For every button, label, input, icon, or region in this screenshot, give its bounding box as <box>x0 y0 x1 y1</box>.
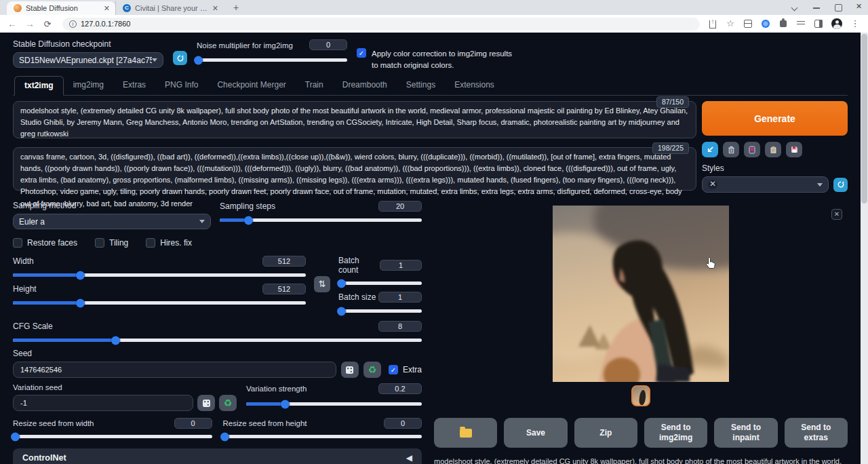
resize-seed-width-slider[interactable] <box>13 435 212 438</box>
scrollbar-thumb[interactable] <box>861 34 867 204</box>
bookmark-star-icon[interactable]: ☆ <box>726 19 735 28</box>
clear-prompt-button[interactable] <box>723 142 739 157</box>
slider-handle[interactable] <box>244 216 253 225</box>
clear-styles-icon[interactable]: ✕ <box>708 180 717 189</box>
side-panel-icon[interactable] <box>814 19 823 28</box>
window-chevron-icon[interactable] <box>791 3 799 12</box>
url-bar[interactable]: i 127.0.0.1:7860 <box>62 18 700 31</box>
new-tab-button[interactable]: + <box>229 1 243 15</box>
forward-icon[interactable]: → <box>23 18 37 29</box>
height-value[interactable]: 512 <box>262 284 306 294</box>
width-value[interactable]: 512 <box>262 256 306 267</box>
window-minimize-icon[interactable] <box>812 3 821 12</box>
controlnet-accordion[interactable]: ControlNet ◀ <box>13 448 422 464</box>
width-slider[interactable] <box>13 273 306 277</box>
open-folder-button[interactable] <box>434 418 497 448</box>
send-to-img2img-button[interactable]: Send to img2img <box>644 418 707 448</box>
close-preview-icon[interactable]: ✕ <box>831 209 842 220</box>
extra-seed-checkbox[interactable]: ✓ Extra <box>386 365 422 374</box>
random-seed-button[interactable] <box>341 362 359 378</box>
slider-handle[interactable] <box>11 432 20 441</box>
slider-handle[interactable] <box>76 298 85 307</box>
profile-avatar[interactable] <box>831 18 842 29</box>
batch-size-value[interactable]: 1 <box>378 292 422 303</box>
negative-prompt-textarea[interactable]: 198/225 canvas frame, cartoon, 3d, ((dis… <box>13 147 696 191</box>
generated-image[interactable] <box>553 206 729 382</box>
random-variation-seed-button[interactable] <box>197 395 215 411</box>
hires-fix-checkbox[interactable]: Hires. fix <box>146 238 192 248</box>
restore-faces-checkbox[interactable]: Restore faces <box>13 238 77 248</box>
extra-networks-button[interactable] <box>744 142 760 157</box>
reuse-variation-seed-button[interactable]: ♻ <box>219 395 237 411</box>
slider-handle[interactable] <box>111 336 120 345</box>
generate-button[interactable]: Generate <box>702 101 848 136</box>
extensions-puzzle-icon[interactable] <box>778 19 788 28</box>
tab-close-icon[interactable]: ✕ <box>104 4 110 13</box>
resize-seed-height-slider[interactable] <box>223 435 422 438</box>
tiling-checkbox[interactable]: Tiling <box>95 238 128 248</box>
save-button[interactable]: Save <box>504 418 567 448</box>
window-maximize-icon[interactable] <box>834 3 842 12</box>
tab-settings[interactable]: Settings <box>397 76 445 95</box>
sampling-steps-value[interactable]: 20 <box>378 201 422 212</box>
tab-img2img[interactable]: img2img <box>64 76 113 95</box>
sampling-method-dropdown[interactable]: Euler a <box>13 214 211 229</box>
paste-params-button[interactable] <box>702 142 718 157</box>
swap-dimensions-button[interactable]: ⇅ <box>314 276 330 292</box>
noise-multiplier-value[interactable]: 0 <box>309 39 347 50</box>
variation-strength-slider[interactable] <box>246 402 422 406</box>
checkbox-box[interactable]: ✓ <box>389 365 398 374</box>
resize-seed-width-value[interactable]: 0 <box>174 418 212 429</box>
send-to-inpaint-button[interactable]: Send to inpaint <box>714 418 777 448</box>
refresh-checkpoints-button[interactable] <box>173 51 187 65</box>
slider-handle[interactable] <box>337 279 346 288</box>
variation-seed-input[interactable] <box>13 395 193 411</box>
batch-count-slider[interactable] <box>338 282 422 285</box>
slider-handle[interactable] <box>281 400 290 408</box>
extension-grid-icon[interactable] <box>743 19 753 28</box>
tab-dreambooth[interactable]: Dreambooth <box>333 76 397 95</box>
tab-train[interactable]: Train <box>296 76 333 95</box>
save-style-button[interactable] <box>786 142 802 157</box>
tab-close-icon[interactable]: ✕ <box>212 4 218 13</box>
color-correction-checkbox[interactable]: ✓ <box>357 48 366 58</box>
batch-count-value[interactable]: 1 <box>380 260 422 271</box>
send-to-extras-button[interactable]: Send to extras <box>785 418 848 448</box>
reuse-seed-button[interactable]: ♻ <box>363 362 381 378</box>
slider-handle[interactable] <box>220 432 229 441</box>
share-icon[interactable] <box>708 19 717 28</box>
tab-txt2img[interactable]: txt2img <box>14 76 64 96</box>
height-slider[interactable] <box>13 301 306 305</box>
resize-seed-height-value[interactable]: 0 <box>384 418 422 429</box>
tab-extras[interactable]: Extras <box>113 76 155 95</box>
seed-input[interactable] <box>13 362 336 378</box>
extension-blue-icon[interactable] <box>761 19 770 28</box>
zip-button[interactable]: Zip <box>574 418 637 448</box>
checkpoint-dropdown[interactable]: SD15NewVAEpruned.ckpt [27a4ac756c] <box>13 52 163 68</box>
variation-strength-value[interactable]: 0.2 <box>378 383 422 394</box>
cfg-scale-value[interactable]: 8 <box>378 321 422 332</box>
tab-checkpoint-merger[interactable]: Checkpoint Merger <box>208 76 295 95</box>
checkbox-box[interactable] <box>95 238 104 248</box>
reload-icon[interactable]: ⟳ <box>41 19 54 29</box>
browser-tab-civitai[interactable]: Civitai | Share your models ✕ <box>115 1 224 15</box>
noise-multiplier-slider[interactable] <box>197 58 347 62</box>
browser-tab-stable-diffusion[interactable]: Stable Diffusion ✕ <box>7 1 115 15</box>
sampling-steps-slider[interactable] <box>220 218 422 222</box>
cfg-scale-slider[interactable] <box>13 339 422 342</box>
batch-size-slider[interactable] <box>338 309 422 313</box>
result-thumbnail[interactable] <box>631 385 650 406</box>
styles-dropdown[interactable]: ✕ <box>702 176 829 193</box>
reading-list-icon[interactable] <box>796 19 806 28</box>
prompt-textarea[interactable]: 87/150 modelshoot style, (extremely deta… <box>13 101 696 138</box>
site-info-icon[interactable]: i <box>69 20 77 28</box>
tab-png-info[interactable]: PNG Info <box>155 76 208 95</box>
slider-handle[interactable] <box>76 271 85 279</box>
tab-extensions[interactable]: Extensions <box>445 76 504 95</box>
back-icon[interactable]: ← <box>5 18 19 29</box>
checkbox-box[interactable] <box>13 238 22 248</box>
checkbox-box[interactable] <box>146 238 155 248</box>
page-scrollbar[interactable] <box>861 33 868 464</box>
slider-handle[interactable] <box>194 56 203 64</box>
apply-style-button[interactable] <box>765 142 781 157</box>
